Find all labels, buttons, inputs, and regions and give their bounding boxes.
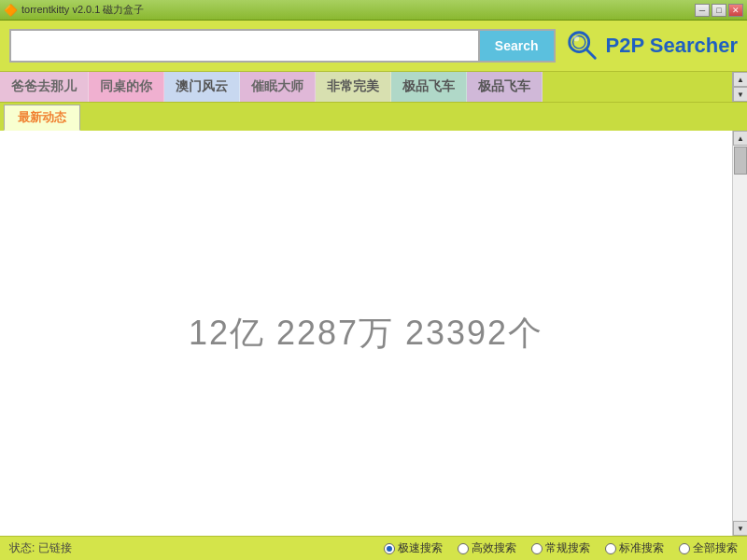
tags-scrollbar: ▲ ▼ <box>732 72 747 102</box>
radio-option-0[interactable]: 极速搜索 <box>384 540 443 556</box>
radio-circle-0 <box>384 543 395 554</box>
p2p-logo-text: P2P Searcher <box>606 34 738 58</box>
radio-option-1[interactable]: 高效搜索 <box>458 540 516 556</box>
content-area: 12亿 2287万 23392个 <box>0 131 732 536</box>
tag-item-6[interactable]: 极品飞车 <box>467 72 543 102</box>
radio-option-3[interactable]: 标准搜索 <box>605 540 664 556</box>
tag-item-3[interactable]: 催眠大师 <box>240 72 316 102</box>
content-scrollbar[interactable]: ▲ ▼ <box>732 131 747 536</box>
tab-item-0[interactable]: 最新动态 <box>4 105 80 131</box>
main-content: 12亿 2287万 23392个 ▲ ▼ <box>0 131 747 536</box>
maximize-button[interactable]: □ <box>712 4 726 17</box>
app-title: torrentkitty v2.0.1 磁力盒子 <box>21 3 144 17</box>
radio-label-1: 高效搜索 <box>472 540 516 556</box>
stats-text: 12亿 2287万 23392个 <box>189 311 543 357</box>
tag-item-4[interactable]: 非常完美 <box>316 72 391 102</box>
tags-scroll-up[interactable]: ▲ <box>733 72 747 87</box>
header: Search P2P Searcher <box>0 21 747 71</box>
content-scroll-down[interactable]: ▼ <box>733 521 747 536</box>
status-value: 已链接 <box>38 541 72 554</box>
status-bar: 状态: 已链接 极速搜索高效搜索常规搜索标准搜索全部搜索 <box>0 536 747 560</box>
tag-item-1[interactable]: 同桌的你 <box>89 72 164 102</box>
tag-item-0[interactable]: 爸爸去那儿 <box>0 72 89 102</box>
scroll-thumb[interactable] <box>734 147 747 175</box>
window-controls: ─ □ ✕ <box>695 4 743 17</box>
tags-row: 爸爸去那儿同桌的你澳门风云催眠大师非常完美极品飞车极品飞车 ▲ ▼ <box>0 71 747 103</box>
tags-container: 爸爸去那儿同桌的你澳门风云催眠大师非常完美极品飞车极品飞车 <box>0 72 732 102</box>
svg-point-3 <box>573 36 579 42</box>
title-text: 🔶 torrentkitty v2.0.1 磁力盒子 <box>4 3 144 17</box>
status-right: 极速搜索高效搜索常规搜索标准搜索全部搜索 <box>384 540 738 556</box>
app-icon: 🔶 <box>4 4 18 17</box>
tags-scroll-down[interactable]: ▼ <box>733 87 747 102</box>
scroll-track <box>733 146 747 521</box>
radio-circle-2 <box>531 543 543 554</box>
radio-option-2[interactable]: 常规搜索 <box>531 540 590 556</box>
radio-label-2: 常规搜索 <box>545 540 590 556</box>
status-left: 状态: 已链接 <box>9 540 72 556</box>
radio-label-3: 标准搜索 <box>619 540 664 556</box>
radio-label-0: 极速搜索 <box>398 540 443 556</box>
p2p-logo: P2P Searcher <box>565 28 738 63</box>
radio-circle-3 <box>605 543 616 554</box>
content-scroll-up[interactable]: ▲ <box>733 131 747 146</box>
radio-label-4: 全部搜索 <box>693 540 738 556</box>
title-bar: 🔶 torrentkitty v2.0.1 磁力盒子 ─ □ ✕ <box>0 0 747 21</box>
tag-item-2[interactable]: 澳门风云 <box>164 72 240 102</box>
p2p-logo-icon <box>565 28 600 63</box>
search-input[interactable] <box>9 29 478 63</box>
radio-circle-1 <box>458 543 469 554</box>
radio-circle-4 <box>679 543 690 554</box>
minimize-button[interactable]: ─ <box>695 4 710 17</box>
tag-item-5[interactable]: 极品飞车 <box>391 72 467 102</box>
search-button[interactable]: Search <box>478 29 556 63</box>
tab-row: 最新动态 <box>0 103 747 131</box>
close-button[interactable]: ✕ <box>728 4 743 17</box>
status-label: 状态: <box>9 541 35 554</box>
search-box: Search <box>9 29 556 63</box>
radio-option-4[interactable]: 全部搜索 <box>679 540 738 556</box>
svg-line-2 <box>585 49 595 59</box>
